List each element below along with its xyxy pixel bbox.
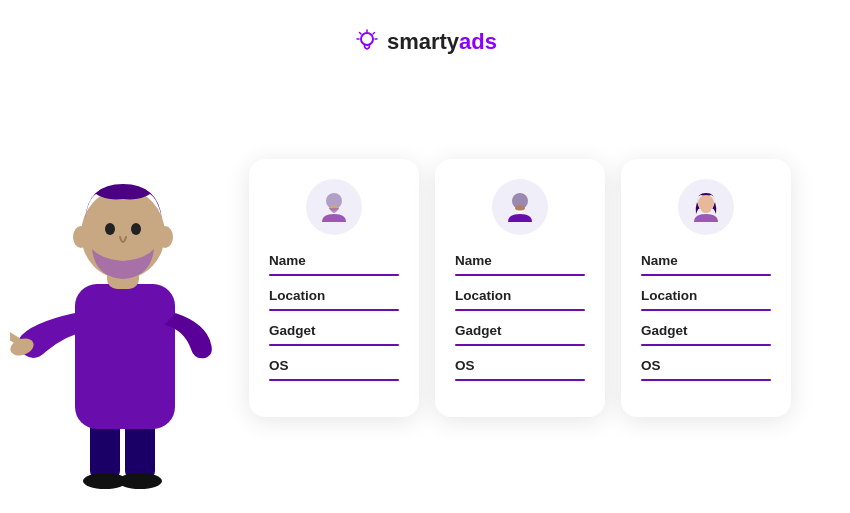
field-label-os-1: OS — [269, 358, 399, 373]
field-line-os-1 — [269, 379, 399, 381]
avatar-3 — [678, 179, 734, 235]
avatar-2 — [492, 179, 548, 235]
field-label-location-2: Location — [455, 288, 585, 303]
header: smartyads — [0, 0, 850, 76]
field-line-location-3 — [641, 309, 771, 311]
svg-line-2 — [373, 33, 375, 35]
field-line-gadget-2 — [455, 344, 585, 346]
cards-container: Name Location Gadget OS — [249, 159, 791, 417]
field-label-name-2: Name — [455, 253, 585, 268]
field-line-location-1 — [269, 309, 399, 311]
field-label-location-1: Location — [269, 288, 399, 303]
logo-text: smartyads — [387, 29, 497, 55]
field-label-name-3: Name — [641, 253, 771, 268]
field-name-3: Name — [641, 253, 771, 276]
svg-point-17 — [131, 223, 141, 235]
card-2: Name Location Gadget OS — [435, 159, 605, 417]
field-name-2: Name — [455, 253, 585, 276]
field-gadget-1: Gadget — [269, 323, 399, 346]
field-gadget-2: Gadget — [455, 323, 585, 346]
card-3: Name Location Gadget OS — [621, 159, 791, 417]
field-os-2: OS — [455, 358, 585, 381]
logo-lightbulb-icon — [353, 28, 381, 56]
svg-point-15 — [157, 226, 173, 248]
field-label-name-1: Name — [269, 253, 399, 268]
field-line-gadget-3 — [641, 344, 771, 346]
field-gadget-3: Gadget — [641, 323, 771, 346]
field-label-gadget-1: Gadget — [269, 323, 399, 338]
field-label-gadget-2: Gadget — [455, 323, 585, 338]
svg-line-3 — [359, 33, 361, 35]
field-label-gadget-3: Gadget — [641, 323, 771, 338]
field-line-os-3 — [641, 379, 771, 381]
person-illustration — [10, 129, 230, 499]
svg-point-24 — [701, 207, 711, 213]
avatar-1 — [306, 179, 362, 235]
field-label-location-3: Location — [641, 288, 771, 303]
field-os-1: OS — [269, 358, 399, 381]
svg-rect-22 — [517, 210, 523, 213]
field-os-3: OS — [641, 358, 771, 381]
field-line-name-2 — [455, 274, 585, 276]
svg-point-14 — [73, 226, 89, 248]
card-1: Name Location Gadget OS — [249, 159, 419, 417]
logo: smartyads — [353, 28, 497, 56]
field-line-name-1 — [269, 274, 399, 276]
svg-point-0 — [361, 33, 373, 45]
field-line-name-3 — [641, 274, 771, 276]
svg-rect-10 — [75, 284, 175, 429]
field-label-os-3: OS — [641, 358, 771, 373]
field-location-2: Location — [455, 288, 585, 311]
field-label-os-2: OS — [455, 358, 585, 373]
svg-point-16 — [105, 223, 115, 235]
field-location-3: Location — [641, 288, 771, 311]
field-location-1: Location — [269, 288, 399, 311]
field-line-os-2 — [455, 379, 585, 381]
field-line-location-2 — [455, 309, 585, 311]
field-name-1: Name — [269, 253, 399, 276]
field-line-gadget-1 — [269, 344, 399, 346]
svg-point-9 — [118, 473, 162, 489]
main-content: Name Location Gadget OS — [0, 76, 850, 499]
